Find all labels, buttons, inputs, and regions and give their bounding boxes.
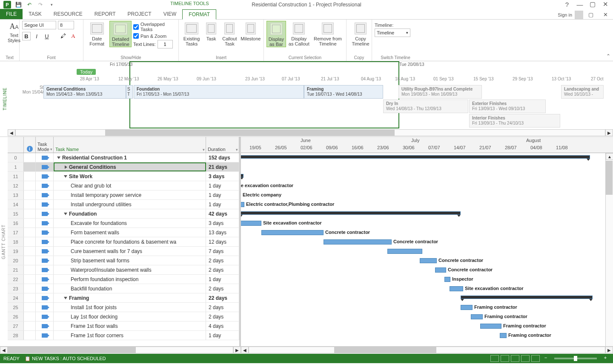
zoom-in-icon[interactable]: + xyxy=(601,355,610,362)
chart-body[interactable]: te excavation contractorElectric company… xyxy=(241,153,613,346)
duration-cell[interactable]: 2 days xyxy=(206,303,239,312)
bold-button[interactable]: B xyxy=(22,32,31,40)
task-tab[interactable]: TASK xyxy=(23,9,47,19)
task-row[interactable]: 16 Excavate for foundations 3 days xyxy=(8,219,239,228)
task-row[interactable]: 13 Install temporary power service 1 day xyxy=(8,191,239,200)
overlapped-tasks-checkbox[interactable]: Overlapped Tasks xyxy=(133,22,176,32)
task-row[interactable]: 25 Install 1st floor joists 2 days xyxy=(8,303,239,312)
task-row[interactable]: 14 Install underground utilities 1 day xyxy=(8,200,239,209)
date-format-button[interactable]: Date Format xyxy=(86,21,108,46)
view-resource-sheet-icon[interactable] xyxy=(521,355,530,362)
zoom-slider[interactable] xyxy=(554,358,597,359)
duration-cell[interactable]: 3 days xyxy=(206,219,239,228)
task-row[interactable]: 27 Frame 1st floor walls 4 days xyxy=(8,321,239,331)
summary-bar[interactable] xyxy=(241,174,243,177)
task-name-cell[interactable]: Install underground utilities xyxy=(54,200,206,209)
timeline-bar[interactable]: Exterior FinishesFri 13/09/13 - Wed 09/1… xyxy=(469,100,546,113)
gantt-vscroll[interactable]: ▲ xyxy=(605,153,613,346)
report-tab[interactable]: REPORT xyxy=(89,9,122,19)
task-row[interactable]: 11 Site Work 3 days xyxy=(8,172,239,181)
duration-cell[interactable]: 13 days xyxy=(206,228,239,237)
view-gantt-icon[interactable] xyxy=(490,355,499,362)
duration-cell[interactable]: 152 days xyxy=(206,153,239,162)
duration-cell[interactable]: 42 days xyxy=(206,209,239,218)
task-bar[interactable] xyxy=(387,249,422,254)
view-tab[interactable]: VIEW xyxy=(158,9,183,19)
task-name-cell[interactable]: Perform foundation inspection xyxy=(54,275,206,284)
duration-cell[interactable]: 2 days xyxy=(206,256,239,265)
timeline-bar[interactable]: Dry InWed 14/08/13 - Thu 12/09/13 xyxy=(383,100,468,113)
project-tab[interactable]: PROJECT xyxy=(122,9,158,19)
duration-cell[interactable]: 4 days xyxy=(206,321,239,330)
task-bar[interactable] xyxy=(241,202,244,207)
font-size-select[interactable]: 8 xyxy=(58,21,74,29)
task-name-cell[interactable]: Lay 1st floor decking xyxy=(54,312,206,321)
display-as-callout-button[interactable]: Display as Callout xyxy=(288,21,310,46)
highlight-button[interactable]: 🖍 xyxy=(59,32,67,40)
task-row[interactable]: 26 Lay 1st floor decking 2 days xyxy=(8,312,239,321)
task-row[interactable]: 18 Place concrete for foundations & base… xyxy=(8,237,239,247)
pan-zoom-checkbox[interactable]: Pan & Zoom xyxy=(133,33,176,39)
save-icon[interactable]: 💾 xyxy=(14,0,23,9)
sign-in[interactable]: Sign in xyxy=(558,11,583,19)
task-bar[interactable] xyxy=(261,230,324,235)
view-task-usage-icon[interactable] xyxy=(501,355,509,362)
task-name-cell[interactable]: Site Work xyxy=(54,172,206,181)
undo-icon[interactable]: ↶ xyxy=(25,0,34,9)
duration-cell[interactable]: 1 day xyxy=(206,275,239,284)
callout-task-button[interactable]: Callout Task xyxy=(221,21,239,46)
detailed-timeline-button[interactable]: Detailed Timeline xyxy=(109,21,132,47)
duration-cell[interactable]: 12 days xyxy=(206,237,239,246)
doc-close-icon[interactable]: ✕ xyxy=(599,10,611,19)
font-name-select[interactable]: Segoe UI xyxy=(22,21,56,29)
duration-cell[interactable]: 22 days xyxy=(206,293,239,302)
task-name-cell[interactable]: Frame 1st floor walls xyxy=(54,321,206,330)
task-row[interactable]: 0 Residential Construction 1 152 days xyxy=(8,153,239,162)
existing-tasks-button[interactable]: Existing Tasks xyxy=(181,21,202,46)
display-as-bar-button[interactable]: Display as Bar xyxy=(266,21,286,47)
task-bar[interactable] xyxy=(444,277,450,282)
task-name-cell[interactable]: Excavate for foundations xyxy=(54,219,206,228)
task-name-cell[interactable]: Cure basement walls for 7 days xyxy=(54,247,206,256)
app-icon[interactable]: P xyxy=(3,0,12,9)
task-name-cell[interactable]: Form basement walls xyxy=(54,228,206,237)
close-icon[interactable]: ✕ xyxy=(599,0,611,9)
duration-cell[interactable]: 7 days xyxy=(206,247,239,256)
task-row[interactable]: 23 Backfill foundation 2 days xyxy=(8,284,239,293)
task-bar[interactable] xyxy=(480,324,501,329)
collapse-ribbon-icon[interactable]: ⌃ xyxy=(606,53,610,59)
task-name-cell[interactable]: Waterproof/insulate basement walls xyxy=(54,265,206,274)
doc-restore-icon[interactable]: ▢ xyxy=(585,10,597,19)
maximize-icon[interactable]: ▢ xyxy=(587,0,599,9)
task-bar[interactable] xyxy=(500,333,507,338)
task-name-cell[interactable]: Install temporary power service xyxy=(54,191,206,199)
summary-bar[interactable] xyxy=(241,155,590,159)
task-button[interactable]: Task xyxy=(203,21,219,41)
task-row[interactable]: 19 Cure basement walls for 7 days 7 days xyxy=(8,247,239,256)
duration-header[interactable]: Duration▾ xyxy=(206,137,239,153)
task-name-cell[interactable]: Frame 1st floor corners xyxy=(54,331,206,340)
format-tab[interactable]: FORMAT xyxy=(182,9,216,20)
row-number-header[interactable] xyxy=(8,137,24,153)
timeline-bar[interactable]: Landscaping andWed 16/10/13 - xyxy=(561,85,604,99)
task-mode-header[interactable]: Task Mode▾ xyxy=(36,137,54,153)
task-name-cell[interactable]: General Conditions xyxy=(54,162,206,171)
task-bar[interactable] xyxy=(461,305,473,310)
duration-cell[interactable]: 2 days xyxy=(206,312,239,321)
task-name-cell[interactable]: Place concrete for foundations & basemen… xyxy=(54,237,206,246)
task-bar[interactable] xyxy=(241,221,261,226)
duration-cell[interactable]: 1 day xyxy=(206,331,239,340)
view-report-icon[interactable] xyxy=(531,355,540,362)
task-bar[interactable] xyxy=(435,267,446,273)
help-icon[interactable]: ? xyxy=(561,0,573,9)
task-row[interactable]: 17 Form basement walls 13 days xyxy=(8,228,239,237)
duration-cell[interactable]: 1 day xyxy=(206,200,239,209)
zoom-out-icon[interactable]: − xyxy=(541,355,550,362)
minimize-icon[interactable]: — xyxy=(574,0,586,9)
timeline-bar[interactable]: Interior FinishesFri 13/09/13 - Thu 24/1… xyxy=(469,114,560,128)
qat-dropdown-icon[interactable]: ▾ xyxy=(47,0,56,9)
task-row[interactable]: 28 Frame 1st floor corners 1 day xyxy=(8,331,239,340)
timeline-bar[interactable]: FoundationFri 17/05/13 - Mon 15/07/13 xyxy=(134,85,304,99)
task-row[interactable]: 24 Framing 22 days xyxy=(8,293,239,303)
info-header[interactable]: i xyxy=(24,137,36,153)
